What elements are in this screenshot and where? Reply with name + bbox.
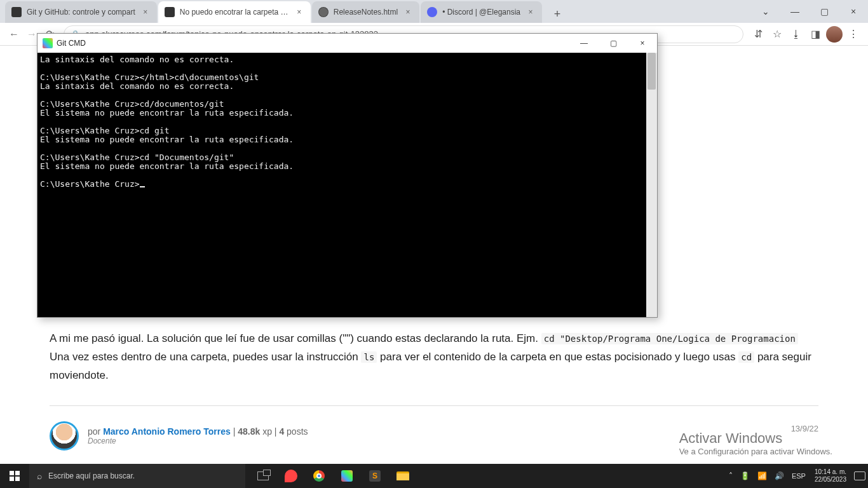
tab-title: • Discord | @Elegansia	[442, 8, 520, 17]
cmd-scrollbar[interactable]	[646, 53, 657, 317]
watermark-title: Activar Windows	[679, 430, 832, 447]
chevron-down-icon[interactable]: ⌄	[751, 1, 780, 22]
sidepanel-icon[interactable]: ◨	[806, 25, 825, 44]
folder-icon	[397, 471, 409, 480]
tab-title: No puedo encotrar la carpeta en	[180, 8, 289, 17]
close-icon[interactable]: ×	[140, 7, 151, 17]
share-icon[interactable]: ⇵	[749, 25, 768, 44]
author-xp: 48.8k	[238, 426, 260, 437]
new-tab-button[interactable]: +	[548, 5, 566, 23]
chrome-icon	[313, 470, 325, 482]
browser-tab-0[interactable]: Git y GitHub: controle y compart ×	[5, 1, 157, 23]
inline-code: cd	[738, 351, 754, 363]
author-meta: por Marco Antonio Romero Torres | 48.8k …	[88, 426, 308, 437]
windows-icon	[10, 471, 20, 481]
notifications-icon[interactable]	[854, 471, 865, 480]
windows-taskbar: ⌕ Escribe aquí para buscar. S ˄ 🔋 📶 🔊 ES…	[0, 464, 868, 488]
cmd-body[interactable]: La sintaxis del comando no es correcta. …	[37, 53, 657, 317]
cmd-title-bar[interactable]: Git CMD — ▢ ×	[37, 34, 657, 53]
maximize-icon[interactable]: ▢	[810, 1, 839, 22]
system-tray: ˄ 🔋 📶 🔊 ESP 10:14 a. m. 22/05/2023	[725, 464, 868, 488]
download-icon[interactable]: ⭳	[787, 25, 806, 44]
sublime-icon: S	[369, 470, 381, 482]
favicon-icon	[165, 7, 175, 17]
search-placeholder: Escribe aquí para buscar.	[48, 471, 135, 480]
window-controls: ⌄ — ▢ ×	[751, 0, 868, 23]
inline-code: ls	[361, 351, 377, 363]
cursor-icon	[140, 186, 145, 187]
tab-title: Git y GitHub: controle y compart	[27, 8, 135, 17]
minimize-icon[interactable]: —	[780, 1, 810, 22]
activate-windows-watermark: Activar Windows Ve a Configuración para …	[679, 430, 832, 456]
volume-icon[interactable]: 🔊	[771, 471, 788, 480]
author-xp-label: xp	[262, 426, 272, 437]
reply-text: Una vez estes dentro de una carpeta, pue…	[50, 351, 361, 363]
taskbar-search[interactable]: ⌕ Escribe aquí para buscar.	[29, 464, 245, 488]
scrollbar-thumb[interactable]	[648, 53, 656, 90]
divider	[50, 405, 818, 406]
browser-tab-2[interactable]: ReleaseNotes.html ×	[312, 1, 419, 23]
back-button[interactable]: ←	[5, 25, 23, 43]
start-button[interactable]	[0, 464, 29, 488]
avatar[interactable]	[50, 421, 79, 451]
author-posts-label: posts	[287, 426, 308, 437]
close-icon[interactable]: ×	[294, 7, 304, 17]
author-by: por	[88, 426, 103, 437]
browser-tab-1[interactable]: No puedo encotrar la carpeta en ×	[158, 1, 311, 23]
battery-icon[interactable]: 🔋	[736, 471, 754, 480]
maximize-icon[interactable]: ▢	[599, 34, 628, 53]
minimize-icon[interactable]: —	[569, 34, 599, 53]
cmd-output: La sintaxis del comando no es correcta. …	[37, 53, 646, 317]
brave-icon	[285, 470, 297, 482]
star-icon[interactable]: ☆	[768, 25, 787, 44]
tray-chevron-up-icon[interactable]: ˄	[725, 471, 736, 480]
clock-time: 10:14 a. m.	[815, 468, 846, 476]
inline-code: cd "Desktop/Programa One/Logica de Progr…	[541, 333, 798, 344]
git-icon	[341, 470, 353, 482]
author-link[interactable]: Marco Antonio Romero Torres	[103, 426, 231, 437]
taskbar-app-brave[interactable]	[277, 464, 305, 488]
task-view-button[interactable]	[249, 464, 277, 488]
author-role: Docente	[88, 437, 308, 445]
menu-button[interactable]: ⋮	[844, 25, 863, 44]
taskbar-app-sublime[interactable]: S	[361, 464, 389, 488]
reply-text: A mi me pasó igual. La solución que leí …	[50, 332, 541, 344]
close-icon[interactable]: ×	[403, 7, 413, 17]
taskbar-clock[interactable]: 10:14 a. m. 22/05/2023	[810, 468, 851, 484]
taskbar-app-explorer[interactable]	[389, 464, 417, 488]
browser-tab-3[interactable]: • Discord | @Elegansia ×	[421, 1, 542, 23]
taskbar-app-chrome[interactable]	[305, 464, 333, 488]
close-icon[interactable]: ×	[839, 1, 868, 22]
close-icon[interactable]: ×	[526, 7, 536, 17]
avatar[interactable]	[825, 25, 844, 44]
git-cmd-window[interactable]: Git CMD — ▢ × La sintaxis del comando no…	[37, 33, 658, 318]
reply-text: para ver el contenido de la carpeta en q…	[380, 351, 738, 363]
forum-reply-text: A mi me pasó igual. La solución que leí …	[50, 330, 818, 385]
close-icon[interactable]: ×	[628, 34, 657, 53]
favicon-icon	[11, 7, 22, 17]
favicon-icon	[318, 7, 329, 17]
browser-tab-strip: Git y GitHub: controle y compart × No pu…	[0, 0, 868, 23]
favicon-icon	[427, 7, 437, 17]
wifi-icon[interactable]: 📶	[754, 471, 771, 480]
git-icon	[43, 38, 53, 48]
watermark-sub: Ve a Configuración para activar Windows.	[679, 447, 832, 456]
taskbar-app-git[interactable]	[333, 464, 361, 488]
author-posts: 4	[279, 426, 284, 437]
language-indicator[interactable]: ESP	[788, 472, 810, 480]
tab-title: ReleaseNotes.html	[334, 8, 398, 17]
cmd-title-text: Git CMD	[57, 39, 86, 48]
clock-date: 22/05/2023	[815, 476, 846, 484]
search-icon: ⌕	[37, 471, 42, 481]
